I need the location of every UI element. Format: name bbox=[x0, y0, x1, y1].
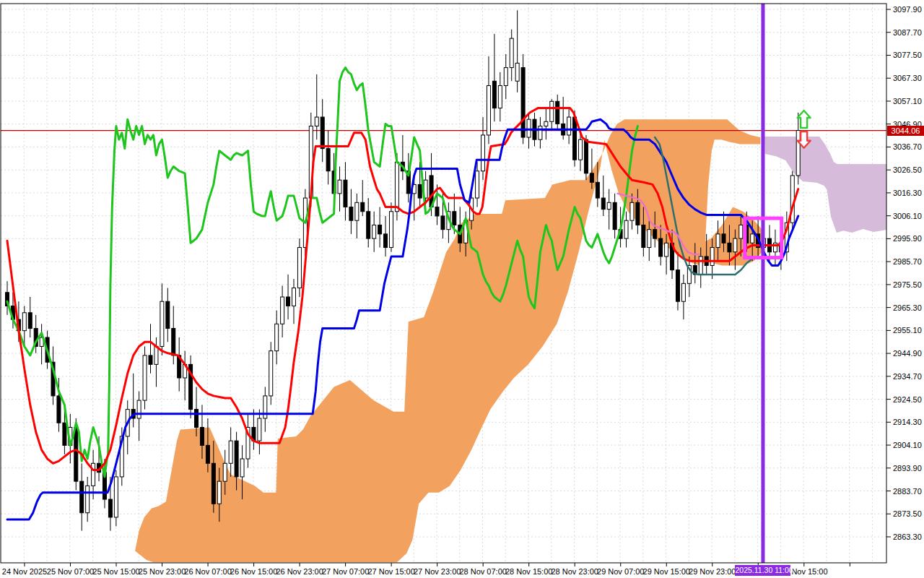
candle-body bbox=[521, 68, 525, 137]
candle-body bbox=[287, 297, 290, 306]
candle-body bbox=[676, 270, 679, 302]
candle-body bbox=[74, 427, 78, 481]
candle-body bbox=[108, 499, 112, 517]
candle-body bbox=[80, 481, 84, 513]
candle-body bbox=[361, 202, 365, 211]
price-axis-label: 2914.30 bbox=[893, 418, 922, 426]
candle-body bbox=[137, 400, 141, 418]
candle-body bbox=[636, 202, 640, 225]
time-axis-label: 25 Nov 07:00 bbox=[47, 567, 94, 576]
candle-body bbox=[573, 117, 577, 160]
candle-body bbox=[504, 68, 507, 86]
price-axis-label: 2944.90 bbox=[893, 349, 922, 358]
candle-body bbox=[326, 149, 330, 171]
candle-body bbox=[453, 212, 456, 225]
candle-body bbox=[258, 418, 261, 441]
time-axis-label: 25 Nov 15:00 bbox=[92, 567, 139, 576]
candle-body bbox=[200, 427, 204, 445]
current-time-line[interactable] bbox=[761, 4, 764, 563]
price-axis-label: 2883.70 bbox=[893, 487, 922, 496]
candle-body bbox=[601, 198, 605, 210]
candle-body bbox=[722, 234, 725, 243]
candle-body bbox=[160, 301, 164, 346]
trading-chart-window: 3097.903087.703077.503067.303057.103046.… bbox=[0, 0, 924, 578]
candlestick-chart[interactable]: 3097.903087.703077.503067.303057.103046.… bbox=[0, 0, 924, 578]
time-axis-label: 28 Nov 07:00 bbox=[459, 567, 506, 576]
candle-body bbox=[344, 180, 347, 207]
price-axis-label: 2985.70 bbox=[893, 257, 922, 266]
candle-body bbox=[275, 324, 279, 350]
candle-body bbox=[716, 234, 720, 248]
candle-body bbox=[378, 225, 382, 233]
candle-body bbox=[372, 225, 376, 238]
time-axis-label: 27 Nov 15:00 bbox=[367, 567, 414, 576]
candle-body bbox=[481, 135, 485, 171]
candle-body bbox=[630, 202, 634, 220]
candle-body bbox=[418, 184, 422, 198]
candle-body bbox=[172, 329, 175, 355]
candle-body bbox=[22, 313, 26, 331]
time-axis-label: 27 Nov 23:00 bbox=[414, 567, 461, 576]
candle-body bbox=[435, 207, 439, 216]
time-axis-badge: 2025.11.30 11:00 bbox=[735, 565, 790, 576]
candle-body bbox=[739, 225, 743, 238]
candle-body bbox=[212, 463, 215, 504]
candle-body bbox=[223, 463, 227, 481]
price-axis-label: 2995.90 bbox=[893, 234, 922, 243]
candle-body bbox=[492, 81, 496, 108]
price-axis-label: 2934.70 bbox=[893, 372, 922, 381]
price-axis-label: 3026.50 bbox=[893, 165, 922, 174]
candle-body bbox=[297, 248, 301, 288]
candle-body bbox=[240, 459, 244, 477]
candle-body bbox=[263, 396, 267, 418]
candle-body bbox=[751, 234, 754, 243]
candle-body bbox=[143, 355, 147, 400]
candle-body bbox=[733, 238, 737, 252]
price-axis-label: 3097.90 bbox=[893, 5, 922, 14]
candle-body bbox=[665, 243, 668, 256]
time-axis-label: 24 Nov 2025 bbox=[2, 567, 47, 576]
candle-body bbox=[590, 173, 593, 182]
candle-body bbox=[338, 180, 341, 194]
time-axis-label: 28 Nov 23:00 bbox=[552, 567, 598, 576]
time-axis-label: 28 Nov 15:00 bbox=[505, 567, 552, 576]
candle-body bbox=[653, 230, 657, 238]
candle-body bbox=[544, 121, 548, 126]
candle-body bbox=[556, 101, 559, 124]
time-axis-label: 26 Nov 15:00 bbox=[230, 567, 277, 576]
price-axis-label: 3016.30 bbox=[893, 189, 922, 197]
time-axis-label: 27 Nov 07:00 bbox=[322, 567, 369, 576]
price-axis-label: 2863.30 bbox=[893, 532, 922, 541]
candle-body bbox=[281, 297, 284, 324]
time-axis-label: 26 Nov 23:00 bbox=[276, 567, 323, 576]
candle-body bbox=[527, 119, 531, 137]
price-axis-label: 2975.50 bbox=[893, 280, 922, 289]
price-axis-label: 2873.50 bbox=[893, 509, 922, 518]
candle-body bbox=[659, 238, 663, 256]
time-axis-label: 29 Nov 23:00 bbox=[689, 567, 736, 576]
price-axis-label: 3057.10 bbox=[893, 97, 922, 105]
price-axis-label: 2965.30 bbox=[893, 303, 922, 312]
price-axis-label: 3087.70 bbox=[893, 28, 922, 37]
candle-body bbox=[796, 131, 800, 176]
candle-body bbox=[149, 355, 152, 364]
candle-body bbox=[315, 117, 318, 126]
candle-body bbox=[86, 486, 90, 512]
candle-body bbox=[384, 234, 388, 248]
candle-body bbox=[217, 481, 221, 504]
candle-body bbox=[235, 441, 238, 477]
price-axis-label: 2955.10 bbox=[893, 326, 922, 335]
price-axis-label: 3006.10 bbox=[893, 212, 922, 220]
candle-body bbox=[596, 182, 599, 198]
candle-body bbox=[389, 212, 393, 248]
candle-body bbox=[567, 117, 571, 135]
candle-body bbox=[728, 243, 731, 251]
price-axis-label: 2904.10 bbox=[893, 441, 922, 449]
time-axis-label: 29 Nov 07:00 bbox=[597, 567, 644, 576]
price-axis-label: 2893.90 bbox=[893, 464, 922, 473]
candle-body bbox=[613, 202, 616, 229]
candle-body bbox=[539, 126, 542, 140]
candle-body bbox=[349, 207, 353, 221]
candle-body bbox=[355, 202, 359, 220]
time-axis-label: 29 Nov 15:00 bbox=[643, 567, 690, 576]
